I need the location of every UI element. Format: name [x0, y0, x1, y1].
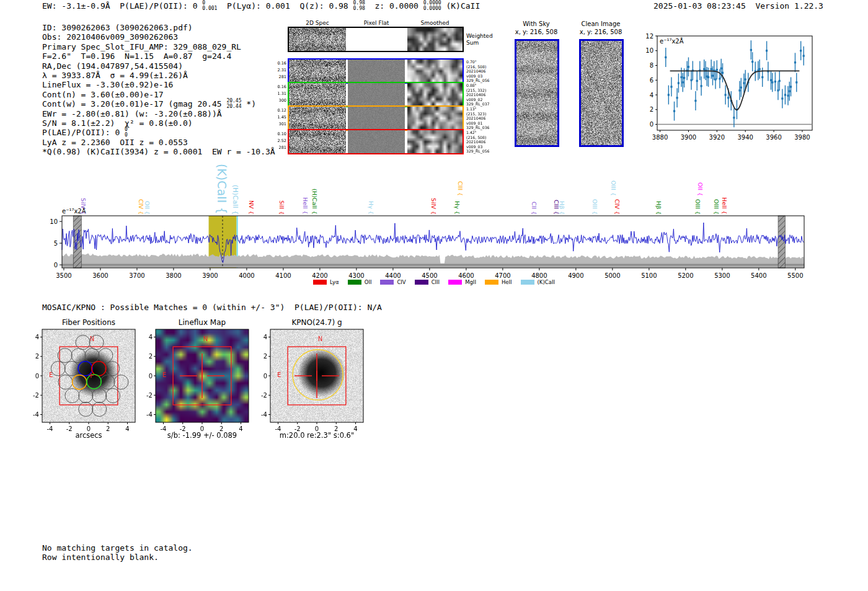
svg-text:3920: 3920	[709, 134, 725, 141]
spectral-line-label: (H)CaII {	[311, 189, 318, 215]
with-sky-cutout-title: With Sky	[507, 20, 565, 27]
spectral-line-label: OII {	[144, 201, 151, 215]
svg-text:6: 6	[650, 77, 653, 84]
legend-item: OII	[348, 279, 372, 285]
spec2d-row-right-labels: 1.13"(215, 323)20210406v009_01329_RL_036	[466, 107, 495, 130]
info-line: RA,Dec (194.047897,54.415504)	[42, 61, 275, 71]
svg-text:0: 0	[54, 262, 58, 269]
info-line: ID: 3090262063 (3090262063.pdf)	[42, 23, 275, 32]
spectral-line-label: OII {	[697, 182, 704, 196]
spectrum-plot-svg: 3500360037003800390040004100420043004400…	[40, 207, 826, 284]
spectral-line-label: OIII {	[694, 199, 701, 215]
svg-text:-4: -4	[146, 411, 153, 418]
svg-text:2: 2	[650, 106, 653, 113]
pixelflat-image	[348, 28, 405, 51]
info-line: Primary Spec_Slot_IFU_AMP: 329_088_029_R…	[42, 42, 275, 51]
pixelflat-image	[348, 83, 405, 106]
spec2d-row-left-labels: 0.161.31300	[274, 84, 286, 104]
svg-text:12: 12	[645, 33, 653, 40]
svg-text:3940: 3940	[737, 134, 753, 141]
note-no-match: No matching targets in catalog.	[42, 543, 193, 553]
stacked-uncertainty: 20.4520.44	[226, 99, 241, 109]
pixelflat-image	[348, 107, 405, 130]
spectral-line-label: SiII {	[278, 200, 285, 215]
with-sky-cutout	[515, 39, 559, 147]
spectral-line-label: NV {	[248, 200, 255, 215]
smoothed-image	[407, 28, 463, 51]
spectral-line-label: HeII {	[302, 197, 309, 215]
info-line: F=2.6" T=0.196 N=1.15 A=0.87 g=24.4	[42, 51, 275, 61]
legend-item: HeII	[485, 279, 512, 285]
spectral-line-label: Hβ {	[559, 201, 565, 215]
info-line: LineFlux = -3.30(±0.92)e-16	[42, 80, 275, 89]
header-stats-line: EW: -3.1±-0.9Å P(LAE)/P(OII): 0 00.001 P…	[42, 1, 480, 12]
spectral-line-label: SiIV {	[80, 198, 87, 215]
svg-text:N: N	[203, 335, 208, 342]
stacked-uncertainty: 00.001	[202, 1, 217, 11]
info-line: LyA z = 2.2360 OII z = 0.0553	[42, 138, 275, 147]
spec2d-row-left-labels: 0.102.52281	[274, 131, 286, 151]
svg-text:10: 10	[50, 218, 58, 225]
svg-text:0: 0	[264, 373, 267, 380]
clean-image-cutout-title: Clean Image	[572, 20, 630, 27]
panel-xlabel: m:20.0 re:2.3" s:0.6"	[258, 431, 376, 440]
stacked-uncertainty: 0.980.98	[353, 1, 365, 11]
stacked-uncertainty: 0.00000.0000	[423, 1, 441, 11]
smoothed-image	[407, 60, 463, 82]
svg-text:8: 8	[650, 62, 653, 69]
svg-text:10: 10	[645, 47, 653, 54]
with-sky-cutout-coords: x, y: 216, 508	[507, 29, 565, 35]
spec2d-row-right-labels: WeightedSum	[466, 33, 495, 47]
svg-text:0: 0	[650, 121, 653, 128]
spec2d-col-title: 2D Spec	[289, 20, 346, 26]
fiber_positions-axes: -4-4-2-2002244NE	[24, 324, 141, 437]
spectrum-legend: LyαOIICIVCIIIMgIIHeII(K)CaII	[0, 275, 868, 287]
spec2d-row-right-labels: 1.42"(216, 508)20210406v009_03329_RL_056	[466, 130, 495, 154]
svg-text:5: 5	[54, 240, 58, 247]
legend-item: CIII	[415, 279, 440, 285]
clean-image-cutout	[579, 39, 624, 147]
lineflux_map-axes: -4-4-2-2002244NE	[137, 324, 255, 437]
legend-swatch	[348, 280, 361, 285]
legend-swatch	[448, 280, 462, 285]
spec2d-row-left-labels: 0.162.31281	[274, 60, 286, 81]
spectral-line-label: OIII {	[713, 199, 720, 215]
spec2d-row-right-labels: 0.70"(216, 508)20210406v009_03329_RL_056	[466, 60, 495, 83]
clean-image-cutout-coords: x, y: 216, 508	[572, 29, 630, 35]
spectral-line-label: CIII {	[457, 181, 464, 196]
svg-text:-2: -2	[261, 392, 267, 399]
line-fit-chart: 024681012388039003920394039603980e⁻¹⁷x2Å	[639, 31, 818, 146]
panel-xlabel: arcsecs	[30, 431, 148, 440]
svg-text:E: E	[162, 371, 166, 378]
spectral-line-label: (K)CaII {	[215, 164, 229, 215]
spec2d-image	[289, 107, 346, 130]
svg-text:-4: -4	[261, 411, 267, 418]
spec2d-image	[289, 83, 346, 106]
svg-text:4: 4	[35, 334, 39, 340]
info-line: *Q(0.98) (K)CaII(3934) z = 0.0001 EW r =…	[42, 147, 275, 156]
svg-text:N: N	[318, 335, 322, 342]
spec2d-col-title: Pixel Flat	[348, 20, 405, 26]
spectral-line-label: OIII {	[591, 199, 598, 215]
smoothed-image	[407, 83, 463, 106]
svg-text:4: 4	[650, 92, 653, 99]
spectral-line-label: OIII {	[610, 180, 617, 196]
svg-text:2: 2	[149, 353, 153, 360]
timestamp: 2025-01-03 08:23:45	[653, 1, 746, 11]
spectral-line-label: HeII {	[721, 197, 728, 215]
detection-info-block: ID: 3090262063 (3090262063.pdf)Obs: 2021…	[42, 23, 275, 156]
info-line: S/N = 8.1(±2.2) χ² = 0.8(±0.0)	[42, 118, 275, 128]
legend-item: MgII	[448, 279, 476, 285]
info-line: λ = 3933.87Å σ = 4.99(±1.26)Å	[42, 71, 275, 80]
kpno_cutout-axes: -4-4-2-2002244NE	[252, 324, 370, 437]
spectral-line-label: Hβ {	[655, 201, 662, 215]
legend-swatch	[380, 280, 394, 285]
legend-swatch	[415, 280, 428, 285]
legend-item: CIV	[380, 279, 405, 285]
spec2d-row-left-labels: 0.121.45301	[274, 107, 286, 128]
legend-swatch	[521, 280, 534, 285]
legend-swatch	[313, 280, 327, 285]
info-line: Obs: 20210406v009_3090262063	[42, 32, 275, 42]
smoothed-image	[407, 107, 463, 130]
spectral-line-label: Hγ {	[368, 201, 374, 215]
